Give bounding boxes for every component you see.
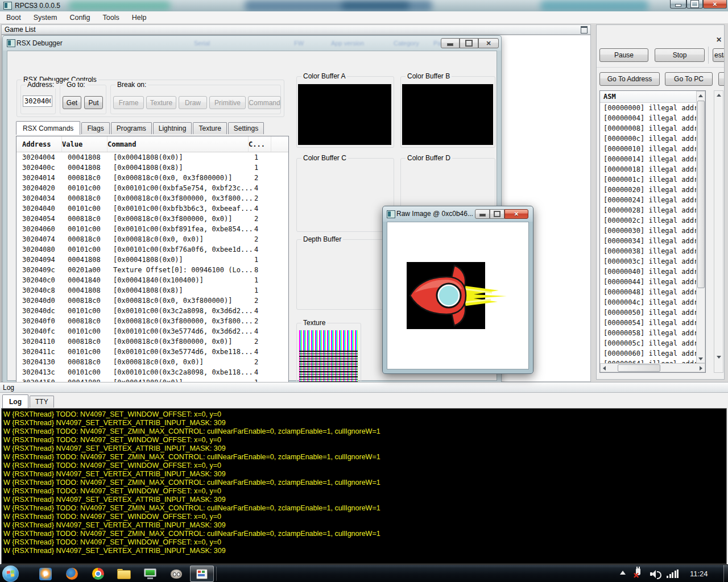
rsx-minimize-button[interactable] — [441, 38, 460, 48]
asm-row[interactable]: [0000004c] illegal addre — [600, 297, 705, 307]
asm-row[interactable]: [0000000c] illegal addre — [600, 134, 705, 144]
asm-row[interactable]: [0000001c] illegal addre — [600, 174, 705, 185]
taskbar-wmp-button[interactable] — [34, 566, 57, 581]
raw-image-window[interactable]: Raw Image @ 0xc0b46... ✕ — [382, 206, 533, 374]
scroll-left-icon[interactable] — [603, 366, 606, 371]
stop-button[interactable]: Stop — [655, 48, 705, 62]
asm-row[interactable]: [00000048] illegal addre — [600, 287, 705, 297]
asm-row[interactable]: [00000044] illegal addre — [600, 277, 705, 287]
break-command-button[interactable]: Command — [248, 96, 281, 109]
menu-item-system[interactable]: System — [27, 11, 64, 24]
raw-minimize-button[interactable] — [475, 209, 490, 219]
table-row[interactable]: 3020406000101c00[0x00101c00(0xbf891fea, … — [16, 224, 288, 234]
table-row[interactable]: 3020400c00041808[0x00041808(0x8)]1 — [16, 163, 288, 173]
scrollbar-thumb[interactable] — [697, 101, 705, 288]
get-button[interactable]: Get — [63, 96, 81, 109]
menu-item-help[interactable]: Help — [126, 11, 153, 24]
raw-maximize-button[interactable] — [490, 209, 504, 219]
asm-row[interactable]: [00000030] illegal addre — [600, 226, 705, 236]
break-draw-button[interactable]: Draw — [179, 96, 207, 109]
asm-row[interactable]: [0000002c] illegal addre — [600, 215, 705, 226]
close-button[interactable]: ✕ — [703, 0, 727, 9]
scroll-down-icon[interactable] — [698, 357, 703, 360]
table-row[interactable]: 3020402000101c00[0x00101c00(0xbfa5e754, … — [16, 183, 288, 193]
column-header-address[interactable]: Address — [16, 136, 62, 152]
asm-row[interactable]: [0000003c] illegal addre — [600, 256, 705, 267]
taskbar-firefox-button[interactable] — [60, 566, 83, 581]
table-row[interactable]: 3020411c00101c00[0x00101c00(0x3e5774d6, … — [16, 347, 288, 357]
scroll-up-icon[interactable] — [698, 94, 703, 97]
asm-row[interactable]: [00000054] illegal addre — [600, 318, 705, 328]
asm-listbox[interactable]: ASM [00000000] illegal addre[00000004] i… — [599, 90, 706, 373]
asm-row[interactable]: [00000038] illegal addre — [600, 246, 705, 256]
menu-item-tools[interactable]: Tools — [97, 11, 126, 24]
asm-row[interactable]: [00000004] illegal addre — [600, 113, 705, 123]
menu-item-boot[interactable]: Boot — [0, 11, 27, 24]
taskbar-chrome-button[interactable] — [86, 566, 109, 581]
clipped-button[interactable] — [718, 72, 725, 86]
taskbar-display-app-button[interactable] — [139, 566, 162, 581]
go-to-address-button[interactable]: Go To Address — [599, 72, 660, 86]
table-row[interactable]: 302040c000041840[0x00041840(0x100400)]1 — [16, 275, 288, 285]
asm-row[interactable]: [00000058] illegal addre — [600, 328, 705, 338]
table-row[interactable]: 3020413c00101c00[0x00101c00(0x3c2a8098, … — [16, 367, 288, 377]
asm-vscrollbar[interactable] — [696, 91, 705, 363]
asm-row[interactable]: [00000024] illegal addre — [600, 195, 705, 205]
tab-rsx-commands[interactable]: RSX Commands — [16, 121, 80, 135]
column-header-command[interactable]: Command — [107, 136, 249, 152]
tab-texture[interactable]: Texture — [193, 122, 226, 134]
show-desktop-button[interactable] — [723, 565, 728, 582]
table-row[interactable]: 302040dc00101c00[0x00101c00(0x3c2a8098, … — [16, 306, 288, 316]
log-panel-header[interactable]: Log — [0, 382, 728, 393]
scroll-down-icon[interactable] — [717, 356, 721, 359]
rsx-commands-table[interactable]: AddressValueCommandC... 3020400400041808… — [16, 136, 289, 390]
asm-row[interactable]: [00000010] illegal addre — [600, 144, 705, 154]
put-button[interactable]: Put — [84, 96, 103, 109]
game-list-header[interactable]: Game List — [1, 24, 591, 35]
asm-row[interactable]: [00000000] illegal addre — [600, 103, 705, 113]
tray-network-icon[interactable] — [667, 569, 680, 578]
table-row[interactable]: 30204074000818c0[0x000818c0(0x0, 0x0)]2 — [16, 234, 288, 244]
rsx-close-button[interactable]: ✕ — [478, 38, 499, 48]
tab-settings[interactable]: Settings — [228, 122, 264, 134]
taskbar-gimp-button[interactable] — [165, 566, 188, 581]
table-row[interactable]: 30204034000818c0[0x000818c0(0x3f800000, … — [16, 193, 288, 203]
table-row[interactable]: 302040f0000818c0[0x000818c0(0x3f800000, … — [16, 316, 288, 326]
table-row[interactable]: 30204130000818c0[0x000818c0(0x0, 0x0)]2 — [16, 357, 288, 367]
asm-row[interactable]: [0000005c] illegal addre — [600, 338, 705, 348]
break-primitive-button[interactable]: Primitive — [209, 96, 246, 109]
table-row[interactable]: 3020404000101c00[0x00101c00(0xbfb3b6c3, … — [16, 203, 288, 214]
table-row[interactable]: 3020409400041808[0x00041808(0x0)]1 — [16, 255, 288, 265]
table-row[interactable]: 302040fc00101c00[0x00101c00(0x3e5774d6, … — [16, 326, 288, 336]
panel-vscrollbar[interactable] — [714, 90, 723, 373]
menu-item-config[interactable]: Config — [63, 11, 96, 24]
go-to-pc-button[interactable]: Go To PC — [665, 72, 713, 86]
table-row[interactable]: 3020409c00201a00Texture Offset[0]: 00946… — [16, 265, 288, 275]
scroll-up-icon[interactable] — [717, 94, 721, 97]
asm-row[interactable]: [00000008] illegal addre — [600, 123, 705, 134]
asm-row[interactable]: [00000028] illegal addre — [600, 205, 705, 215]
tab-programs[interactable]: Programs — [111, 122, 152, 134]
address-input[interactable] — [23, 95, 52, 107]
table-row[interactable]: 302040c800041808[0x00041808(0x8)]1 — [16, 285, 288, 296]
rsx-maximize-button[interactable] — [460, 38, 478, 48]
restart-button-clipped[interactable]: esta — [713, 48, 725, 62]
taskbar-explorer-button[interactable] — [113, 566, 135, 581]
asm-hscrollbar[interactable] — [600, 363, 705, 372]
pause-button[interactable]: Pause — [599, 48, 648, 62]
minimize-button[interactable] — [670, 0, 686, 9]
scroll-right-icon[interactable] — [700, 366, 702, 371]
raw-close-button[interactable]: ✕ — [504, 209, 528, 219]
break-frame-button[interactable]: Frame — [113, 96, 144, 109]
start-button[interactable] — [2, 566, 19, 582]
asm-row[interactable]: [00000034] illegal addre — [600, 236, 705, 246]
asm-row[interactable]: [00000018] illegal addre — [600, 164, 705, 174]
float-panel-icon[interactable] — [581, 26, 588, 34]
taskbar-active-rpcs3-button[interactable] — [190, 566, 214, 582]
close-panel-icon[interactable]: ✕ — [715, 36, 723, 44]
table-row[interactable]: 30204054000818c0[0x000818c0(0x3f800000, … — [16, 214, 288, 224]
tab-lightning[interactable]: Lightning — [153, 122, 192, 134]
tab-log[interactable]: Log — [2, 394, 28, 408]
table-row[interactable]: 302040d0000818c0[0x000818c0(0x0, 0x3f800… — [16, 296, 288, 306]
asm-row[interactable]: [00000020] illegal addre — [600, 185, 705, 195]
